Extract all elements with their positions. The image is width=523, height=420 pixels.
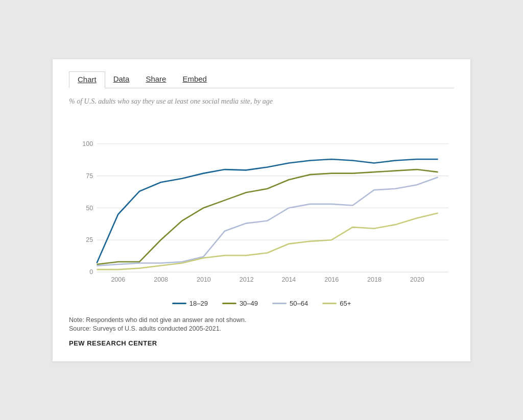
legend-line-50-64 xyxy=(272,303,287,304)
svg-text:25: 25 xyxy=(86,236,93,243)
legend-item-30-49: 30–49 xyxy=(222,300,258,307)
note-text: Note: Respondents who did not give an an… xyxy=(69,316,454,324)
tab-chart[interactable]: Chart xyxy=(69,71,105,88)
chart-svg: 100 75 50 25 0 2006 2008 2010 2012 2014 … xyxy=(69,111,454,294)
notes-section: Note: Respondents who did not give an an… xyxy=(69,316,454,332)
tab-bar: Chart Data Share Embed xyxy=(69,71,454,88)
legend-line-30-49 xyxy=(222,303,236,304)
svg-text:75: 75 xyxy=(86,172,93,179)
tab-share[interactable]: Share xyxy=(137,71,174,88)
tab-data[interactable]: Data xyxy=(105,71,138,88)
legend-label-65-plus: 65+ xyxy=(340,300,351,307)
svg-text:0: 0 xyxy=(89,268,93,276)
svg-text:2014: 2014 xyxy=(281,276,296,283)
svg-text:2010: 2010 xyxy=(197,276,211,283)
legend-line-18-29 xyxy=(172,303,186,304)
legend-line-65-plus xyxy=(322,303,337,304)
source-text: Source: Surveys of U.S. adults conducted… xyxy=(69,325,454,332)
legend-item-50-64: 50–64 xyxy=(272,300,308,307)
svg-text:2020: 2020 xyxy=(410,276,424,283)
svg-text:100: 100 xyxy=(82,140,93,147)
brand-label: PEW RESEARCH CENTER xyxy=(69,339,454,347)
svg-text:2016: 2016 xyxy=(324,276,339,283)
svg-text:2018: 2018 xyxy=(367,276,382,283)
main-card: Chart Data Share Embed % of U.S. adults … xyxy=(52,59,471,362)
chart-title: % of U.S. adults who say they use at lea… xyxy=(69,97,454,106)
legend-item-18-29: 18–29 xyxy=(172,300,208,307)
legend-label-50-64: 50–64 xyxy=(290,300,308,307)
chart-legend: 18–29 30–49 50–64 65+ xyxy=(69,300,454,307)
svg-text:2012: 2012 xyxy=(240,276,254,283)
svg-text:2008: 2008 xyxy=(154,276,168,283)
legend-item-65-plus: 65+ xyxy=(322,300,351,307)
chart-area: 100 75 50 25 0 2006 2008 2010 2012 2014 … xyxy=(69,111,454,294)
legend-label-30-49: 30–49 xyxy=(240,300,258,307)
svg-text:50: 50 xyxy=(86,204,93,211)
svg-text:2006: 2006 xyxy=(111,276,125,283)
tab-embed[interactable]: Embed xyxy=(174,71,215,88)
legend-label-18-29: 18–29 xyxy=(189,300,208,307)
